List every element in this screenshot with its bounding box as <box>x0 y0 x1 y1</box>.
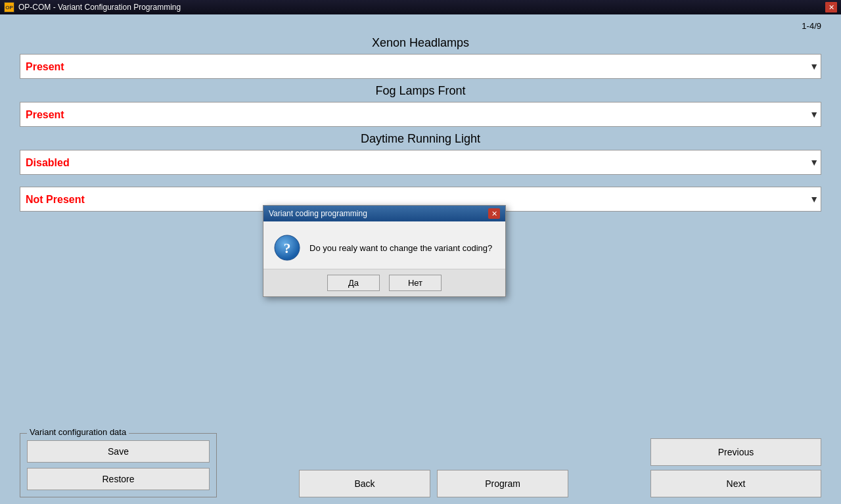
modal-titlebar: Variant coding programming ✕ <box>263 206 505 221</box>
modal-overlay: Variant coding programming ✕ ? Do yo <box>0 14 841 504</box>
modal-yes-button[interactable]: Да <box>327 275 380 291</box>
modal-message: Do you realy want to change the variant … <box>309 243 492 253</box>
main-content: 1-4/9 Xenon Headlamps Present Not Presen… <box>0 14 841 504</box>
modal-no-button[interactable]: Нет <box>389 275 442 291</box>
modal-question-icon: ? <box>274 235 300 261</box>
titlebar-title: OP-COM - Variant Configuration Programmi… <box>18 3 181 12</box>
app-icon: OP <box>4 2 14 12</box>
modal-close-button[interactable]: ✕ <box>488 208 500 219</box>
titlebar: OP OP-COM - Variant Configuration Progra… <box>0 0 841 14</box>
modal-body: ? Do you realy want to change the varian… <box>263 221 505 269</box>
svg-text:?: ? <box>284 240 291 256</box>
window-close-button[interactable]: ✕ <box>825 2 837 12</box>
titlebar-left: OP OP-COM - Variant Configuration Progra… <box>4 2 181 12</box>
modal-footer: Да Нет <box>263 269 505 296</box>
modal-title: Variant coding programming <box>269 209 367 218</box>
modal-dialog: Variant coding programming ✕ ? Do yo <box>263 205 506 297</box>
